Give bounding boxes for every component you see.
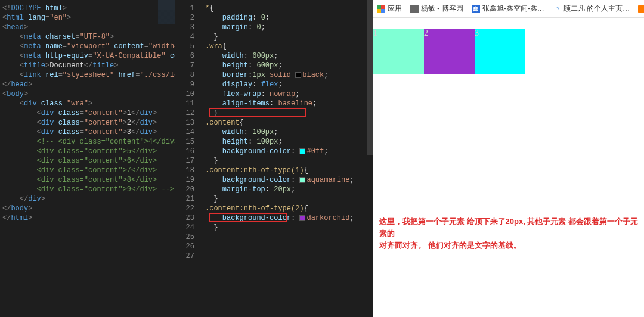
annotation-line2: 对齐而对齐。 他们对齐的是文字的基线。 — [379, 240, 644, 251]
apps-button[interactable]: 应用 — [377, 4, 402, 14]
bookmark-4[interactable]: 腾 — [638, 4, 644, 14]
html-editor-pane[interactable]: <!DOCTYPE html><html lang="en"><head> <m… — [0, 0, 175, 317]
annotation-text: 这里，我把第一个子元素 给顶下来了20px, 其他子元素 都会跟着第一个子元素的… — [379, 216, 644, 251]
favicon-icon — [638, 5, 644, 13]
apps-label: 应用 — [388, 4, 402, 14]
favicon-icon — [553, 5, 561, 13]
scrollbar-thumb[interactable] — [367, 0, 373, 155]
preview-canvas: 1 2 3 — [373, 18, 644, 74]
bookmark-2[interactable]: 鑫 张鑫旭-鑫空间-鑫… — [472, 4, 544, 14]
css-code[interactable]: *{ padding: 0; margin: 0; }.wra{ width: … — [200, 0, 373, 317]
content-box-2: 2 — [424, 29, 475, 74]
html-code[interactable]: <!DOCTYPE html><html lang="en"><head> <m… — [0, 0, 175, 226]
line-gutter: 1234567891011121314151617181920212223242… — [175, 0, 200, 317]
content-box-3: 3 — [475, 29, 525, 74]
bookmark-label: 顾二凡 的个人主页… — [564, 4, 630, 14]
browser-preview-pane: 应用 杨敏 - 博客园 鑫 张鑫旭-鑫空间-鑫… 顾二凡 的个人主页… 腾 1 … — [373, 0, 644, 317]
bookmark-label: 杨敏 - 博客园 — [421, 4, 463, 14]
annotation-line1: 这里，我把第一个子元素 给顶下来了20px, 其他子元素 都会跟着第一个子元素的 — [379, 216, 644, 240]
bookmark-3[interactable]: 顾二凡 的个人主页… — [553, 4, 630, 14]
favicon-icon — [410, 5, 419, 13]
bookmark-label: 张鑫旭-鑫空间-鑫… — [482, 4, 544, 14]
minimap[interactable] — [158, 0, 175, 24]
flex-container-wra: 1 2 3 — [373, 29, 644, 74]
favicon-icon: 鑫 — [472, 5, 480, 13]
bookmarks-bar[interactable]: 应用 杨敏 - 博客园 鑫 张鑫旭-鑫空间-鑫… 顾二凡 的个人主页… 腾 — [373, 0, 644, 18]
bookmark-1[interactable]: 杨敏 - 博客园 — [410, 4, 463, 14]
css-editor-pane[interactable]: 1234567891011121314151617181920212223242… — [175, 0, 373, 317]
content-box-1: 1 — [373, 29, 424, 74]
apps-icon — [377, 5, 385, 13]
scrollbar-vertical[interactable] — [366, 0, 373, 317]
